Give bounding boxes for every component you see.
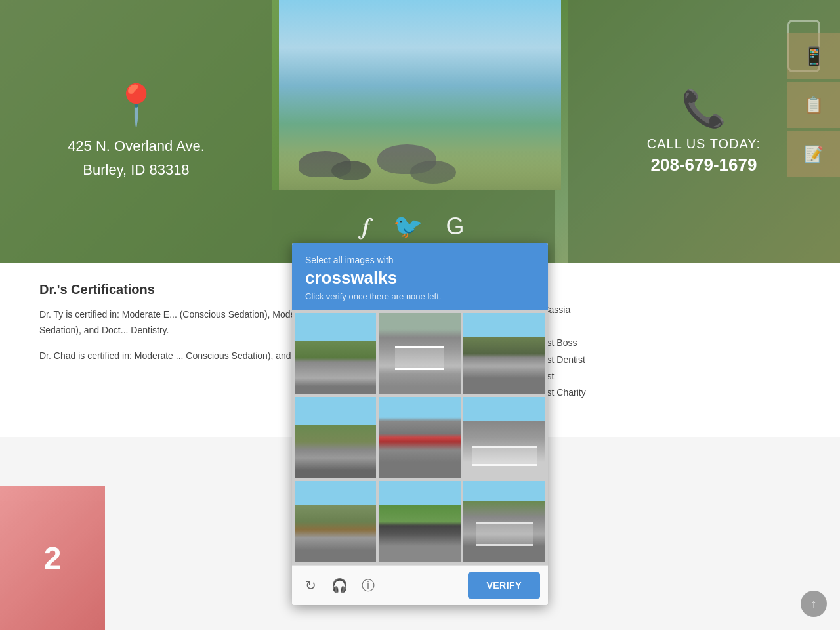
scroll-top-button[interactable]: ↑ — [801, 591, 827, 617]
captcha-image-grid — [292, 310, 548, 565]
mobile-deco-icon: 📱 — [788, 33, 840, 79]
captcha-cell-1[interactable] — [295, 313, 376, 394]
captcha-instruction: Select all images with — [305, 255, 535, 265]
right-decorations: 📱 📋 📝 — [788, 33, 840, 177]
captcha-reload-button[interactable]: ↻ — [300, 575, 321, 596]
location-icon: 📍 — [112, 81, 161, 128]
captcha-verify-button[interactable]: VERIFY — [468, 572, 540, 598]
notepad-deco-icon: 📋 — [788, 82, 840, 128]
facebook-icon[interactable]: 𝒇 — [362, 213, 370, 240]
captcha-keyword: crosswalks — [305, 268, 535, 288]
form-deco-icon: 📝 — [788, 131, 840, 177]
captcha-cell-6[interactable] — [463, 397, 545, 478]
call-label: CALL US TODAY: — [647, 136, 761, 152]
google-icon[interactable]: G — [446, 213, 464, 240]
captcha-info-button[interactable]: ⓘ — [358, 575, 379, 596]
captcha-footer-controls: ↻ 🎧 ⓘ — [300, 575, 379, 596]
phone-icon: 📞 — [681, 87, 726, 130]
address-line1: 425 N. Overland Ave. — [68, 138, 205, 154]
banner-number: 2 — [44, 540, 62, 576]
hero-section: 📍 425 N. Overland Ave. Burley, ID 83318 … — [0, 0, 840, 262]
captcha-cell-9[interactable] — [463, 481, 545, 562]
address-line2: Burley, ID 83318 — [83, 161, 189, 178]
captcha-cell-2[interactable] — [379, 313, 461, 394]
phone-number[interactable]: 208-679-1679 — [651, 155, 757, 175]
captcha-subtext: Click verify once there are none left. — [305, 291, 535, 301]
hero-center-image — [279, 0, 561, 190]
captcha-cell-5[interactable] — [379, 397, 461, 478]
address-panel: 📍 425 N. Overland Ave. Burley, ID 83318 — [0, 0, 272, 262]
address-text: 425 N. Overland Ave. Burley, ID 83318 — [68, 135, 205, 180]
captcha-cell-7[interactable] — [295, 481, 376, 562]
captcha-cell-3[interactable] — [463, 313, 545, 394]
captcha-header: Select all images with crosswalks Click … — [292, 243, 548, 310]
captcha-cell-4[interactable] — [295, 397, 376, 478]
captcha-cell-8[interactable] — [379, 481, 461, 562]
captcha-dialog: Select all images with crosswalks Click … — [292, 243, 548, 605]
twitter-icon[interactable]: 🐦 — [393, 213, 423, 240]
captcha-audio-button[interactable]: 🎧 — [329, 575, 350, 596]
captcha-footer: ↻ 🎧 ⓘ VERIFY — [292, 565, 548, 605]
bottom-banner: 2 — [0, 486, 105, 630]
